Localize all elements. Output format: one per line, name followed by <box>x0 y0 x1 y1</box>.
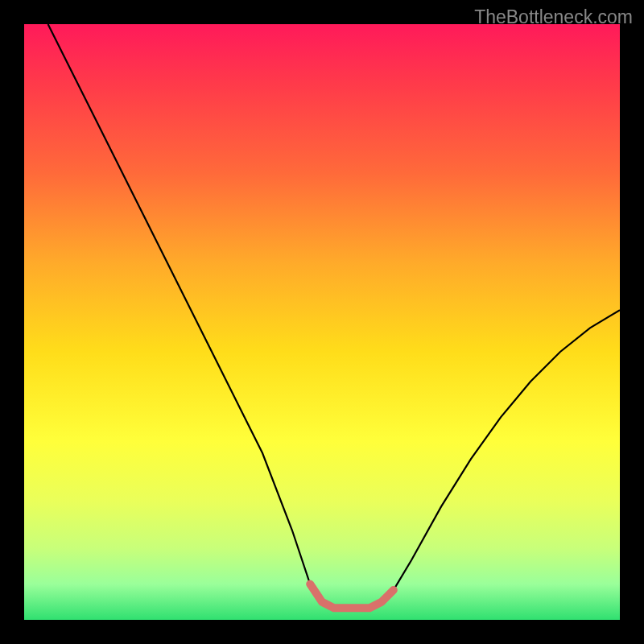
watermark: TheBottleneck.com <box>474 6 633 28</box>
chart-plot-area <box>24 24 620 620</box>
bottleneck-curve <box>48 24 620 608</box>
chart-svg <box>24 24 620 620</box>
trough-highlight <box>310 584 394 609</box>
